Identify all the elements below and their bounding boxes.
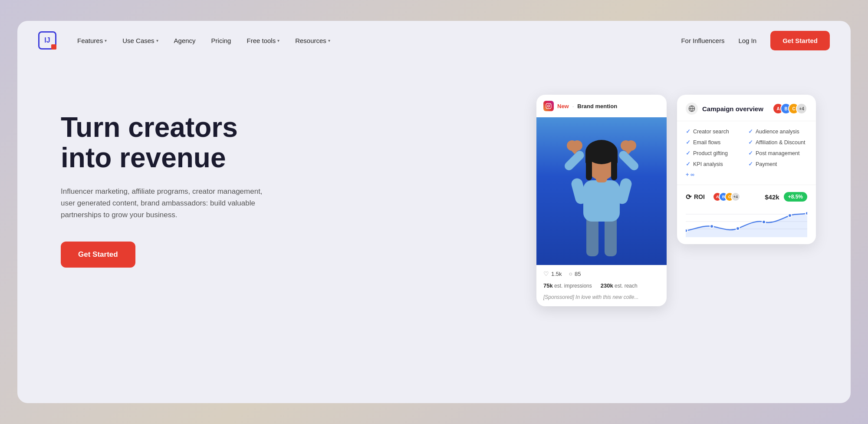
check-icon: ✓ [686,161,690,167]
navbar: IJ Features ▾ Use Cases ▾ Agency Pricing… [17,21,851,60]
check-icon: ✓ [686,128,690,135]
campaign-panel: Campaign overview A B C +4 ✓ Creator sea… [677,95,816,244]
svg-rect-0 [546,103,551,109]
svg-point-31 [762,220,766,224]
nav-for-influencers[interactable]: For Influencers [681,37,724,44]
nav-use-cases[interactable]: Use Cases ▾ [122,37,158,44]
svg-rect-5 [583,180,620,222]
svg-point-28 [686,229,687,232]
comment-icon: ○ [569,270,572,277]
heart-icon: ♡ [543,270,549,277]
hero-title: Turn creators into revenue [61,112,278,173]
feature-product-gifting: ✓ Product gifting [686,150,745,156]
svg-point-33 [806,212,807,215]
feature-email-flows: ✓ Email flows [686,139,745,146]
svg-point-29 [710,225,713,228]
roi-badge: +8.5% [784,192,807,202]
svg-point-32 [788,214,792,217]
feature-audience-analysis: ✓ Audience analysis [748,128,807,135]
main-container: IJ Features ▾ Use Cases ▾ Agency Pricing… [17,21,851,403]
nav-free-tools[interactable]: Free tools ▾ [247,37,279,44]
svg-point-1 [548,105,550,107]
svg-point-30 [736,227,740,230]
instagram-icon [543,101,554,111]
post-stats: ♡ 1.5k ○ 85 [536,265,667,280]
hero-subtitle: Influencer marketing, affiliate programs… [61,186,269,221]
svg-point-2 [550,104,550,105]
feature-more: + ∞ [686,172,745,178]
roi-section: ⟳ ROI A B C +4 $42k +8.5% [677,185,816,244]
nav-links: Features ▾ Use Cases ▾ Agency Pricing Fr… [77,37,681,44]
post-brand-mention: Brand mention [577,103,617,109]
chevron-down-icon: ▾ [328,38,330,43]
post-metrics: 75k est. impressions 230k est. reach [536,280,667,292]
check-icon: ✓ [748,139,753,146]
chevron-down-icon: ▾ [277,38,279,43]
feature-kpi-analysis: ✓ KPI analysis [686,161,745,167]
roi-label: ⟳ ROI [686,193,705,201]
avatar-group: A B C +4 [773,103,807,114]
campaign-title: Campaign overview [702,105,768,113]
roi-header: ⟳ ROI A B C +4 $42k +8.5% [686,192,807,202]
roi-value: $42k [765,193,779,201]
chevron-down-icon: ▾ [105,38,107,43]
post-separator: · [572,103,574,109]
post-card: New · Brand mention [536,95,667,306]
avatar-count: +4 [796,103,807,114]
check-icon: ✓ [748,161,753,167]
feature-affiliation-discount: ✓ Affiliation & Discount [748,139,807,146]
nav-login[interactable]: Log In [738,37,756,44]
check-icon: ✓ [748,128,753,135]
logo-icon: IJ [38,31,56,50]
feature-creator-search: ✓ Creator search [686,128,745,135]
post-likes: ♡ 1.5k [543,270,562,277]
hero-right: New · Brand mention [536,86,816,306]
check-icon: ✓ [686,150,690,156]
check-icon: ✓ [686,139,690,146]
nav-agency[interactable]: Agency [174,37,196,44]
roi-avatar-count: +4 [731,192,740,202]
campaign-header: Campaign overview A B C +4 [677,95,816,121]
hero-left: Turn creators into revenue Influencer ma… [61,86,536,268]
hero-get-started-button[interactable]: Get Started [61,242,135,268]
roi-chart [686,207,807,237]
nav-pricing[interactable]: Pricing [211,37,231,44]
nav-resources[interactable]: Resources ▾ [295,37,330,44]
roi-icon: ⟳ [686,193,691,201]
campaign-icon [686,103,698,115]
chevron-down-icon: ▾ [156,38,158,43]
nav-features[interactable]: Features ▾ [77,37,107,44]
post-reach: 230k est. reach [601,282,638,289]
post-card-header: New · Brand mention [536,95,667,117]
post-impressions: 75k est. impressions [543,282,592,289]
campaign-features: ✓ Creator search ✓ Audience analysis ✓ E… [677,121,816,185]
svg-rect-16 [611,159,617,180]
svg-rect-15 [586,159,592,180]
post-new-badge: New [557,103,569,109]
post-caption: [Sponssored] In love with this new colle… [536,292,667,306]
feature-post-management: ✓ Post management [748,150,807,156]
post-comments: ○ 85 [569,270,581,277]
roi-avatars: A B C +4 [713,192,740,202]
nav-right: For Influencers Log In Get Started [681,31,830,50]
logo[interactable]: IJ [38,31,56,50]
feature-payment: ✓ Payment [748,161,807,167]
check-icon: ✓ [748,150,753,156]
hero-section: Turn creators into revenue Influencer ma… [17,60,851,399]
nav-get-started-button[interactable]: Get Started [770,31,830,50]
post-image [536,117,667,265]
